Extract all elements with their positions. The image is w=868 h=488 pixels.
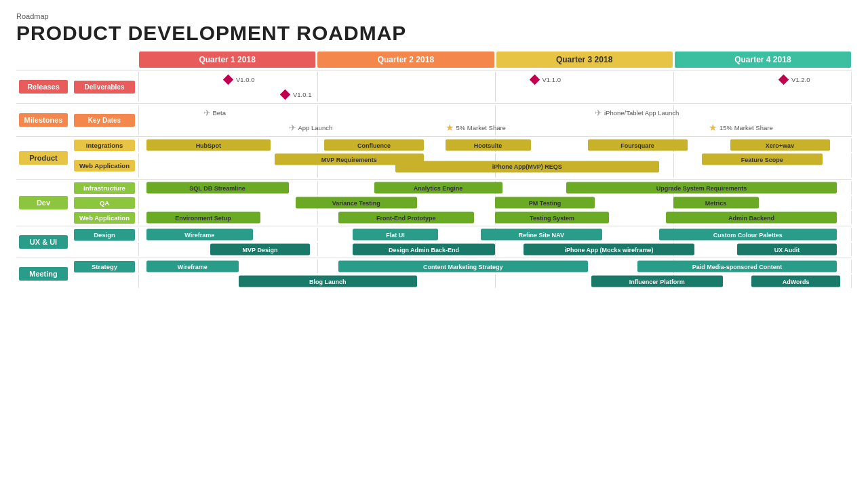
product-webapp-sublabel: Web Application (71, 159, 138, 172)
app-launch-marker: ✈ App Launch (289, 123, 333, 133)
iphone-mocks-bar: iPhone App (Mocks wireframe) (524, 244, 694, 256)
releases-label: Releases (16, 72, 71, 102)
design-sublabel: Design (71, 228, 138, 241)
v110-marker: V1.1.0 (531, 76, 561, 83)
meeting-label: Meeting (16, 260, 71, 288)
meeting-bars1: Wireframe Content Marketing Strategy Pai… (138, 260, 852, 273)
adwords-bar: AdWords (751, 276, 840, 287)
admin-backend-bar: Admin Backend (666, 212, 837, 224)
strategy-sublabel: Strategy (71, 260, 138, 273)
integrations-sublabel: Integrations (71, 139, 138, 152)
refine-nav-bar: Refine Site NAV (481, 229, 602, 241)
meeting-bars2: Blog Launch Influencer Platform AdWords (138, 274, 852, 288)
subtitle: Roadmap (16, 12, 852, 20)
dev-label: Dev (16, 181, 71, 224)
blog-launch-bar: Blog Launch (239, 276, 417, 287)
mvp-design-bar: MVP Design (210, 244, 310, 256)
milestones-section: Milestones Key Dates ✈ Beta (16, 103, 852, 135)
frontend-bar: Front-End Prototype (338, 212, 474, 224)
ux-wireframe-bar: Wireframe (146, 229, 254, 241)
ux-bars2: MVP Design Design Admin Back-End iPhone … (138, 243, 852, 256)
page-title: PRODUCT DEVELOPMENT ROADMAP (16, 22, 852, 45)
releases-sublabel: Deliverables (71, 72, 138, 102)
meeting-section: Meeting Strategy Wireframe Content Marke… (16, 258, 852, 288)
dev-webapp-sublabel: Web Application (71, 211, 138, 224)
colour-palettes-bar: Custom Colour Palettes (659, 229, 837, 241)
flat-ui-bar: Flat UI (353, 229, 438, 241)
q4-header: Quarter 4 2018 (675, 52, 851, 68)
qa-sublabel: QA (71, 197, 138, 209)
ux-section: UX & UI Design Wireframe Flat UI Refine (16, 226, 852, 256)
meeting-wireframe-bar: Wireframe (146, 261, 239, 272)
milestones-sublabel: Key Dates (71, 105, 138, 135)
v100-marker: V1.0.0 (224, 76, 254, 83)
design-admin-bar: Design Admin Back-End (353, 244, 495, 256)
hootsuite-bar: Hootsuite (446, 140, 531, 151)
env-setup-bar: Environment Setup (146, 212, 260, 224)
qa-bars: Variance Testing PM Testing Metrics (138, 196, 852, 209)
milestones-bars: ✈ Beta ✈ iPhone/Tablet App Launch ✈ App … (138, 105, 852, 135)
beta-marker: ✈ Beta (203, 108, 226, 118)
xero-bar: Xero+wav (730, 140, 830, 151)
strategy-sublabel2 (71, 281, 138, 282)
foursquare-bar: Foursquare (588, 140, 688, 151)
quarter-headers: Quarter 1 2018 Quarter 2 2018 Quarter 3 … (138, 52, 852, 68)
product-webapp-bars: MVP Requirements iPhone App(MVP) REQS Fe… (138, 153, 852, 178)
testing-sys-bar: Testing System (495, 212, 609, 224)
q3-header: Quarter 3 2018 (496, 52, 673, 68)
influencer-platform-bar: Influencer Platform (591, 276, 723, 287)
milestones-label: Milestones (16, 105, 71, 135)
page: Roadmap PRODUCT DEVELOPMENT ROADMAP Quar… (0, 0, 868, 488)
ux-audit-bar: UX Audit (737, 244, 837, 256)
dev-section: Dev Infrastructure SQL DB Streamline Ana… (16, 179, 852, 224)
infra-sublabel: Infrastructure (71, 182, 138, 195)
design-sublabel2 (71, 249, 138, 250)
product-label: Product (16, 138, 71, 178)
infra-bars: SQL DB Streamline Analytics Engine Upgra… (138, 181, 852, 195)
v120-marker: V1.2.0 (780, 76, 810, 83)
metrics-bar: Metrics (673, 197, 759, 209)
content-marketing-bar: Content Marketing Strategy (338, 261, 588, 272)
analytics-bar: Analytics Engine (374, 182, 502, 194)
pm-testing-bar: PM Testing (495, 197, 595, 209)
dev-webapp-bars: Environment Setup Front-End Prototype Te… (138, 211, 852, 224)
sql-bar: SQL DB Streamline (146, 182, 289, 194)
q2-header: Quarter 2 2018 (317, 52, 494, 68)
releases-bars: V1.0.0 V1.1.0 V1.2.0 (138, 72, 852, 102)
market5-marker: ★ 5% Market Share (446, 122, 506, 133)
ux-bars1: Wireframe Flat UI Refine Site NAV Custom… (138, 228, 852, 241)
feature-scope-bar: Feature Scope (702, 154, 823, 165)
upgrade-bar: Upgrade System Requirements (566, 182, 837, 194)
market15-marker: ★ 15% Market Share (709, 122, 773, 133)
product-section: Product Integrations HubSpot Confluence (16, 136, 852, 178)
releases-section: Releases Deliverables (16, 70, 852, 102)
hubspot-bar: HubSpot (146, 140, 271, 151)
paid-media-bar: Paid Media-sponsored Content (637, 261, 837, 272)
q1-header: Quarter 1 2018 (139, 52, 315, 68)
variance-bar: Variance Testing (296, 197, 417, 209)
iphone-mvp-bar: iPhone App(MVP) REQS (395, 161, 659, 172)
integrations-bars: HubSpot Confluence Hootsuite Foursquare … (138, 138, 852, 152)
v101-marker: V1.0.1 (281, 91, 311, 98)
confluence-bar: Confluence (324, 140, 424, 151)
iphone-launch-marker: ✈ iPhone/Tablet App Launch (595, 108, 679, 118)
ux-label: UX & UI (16, 228, 71, 256)
